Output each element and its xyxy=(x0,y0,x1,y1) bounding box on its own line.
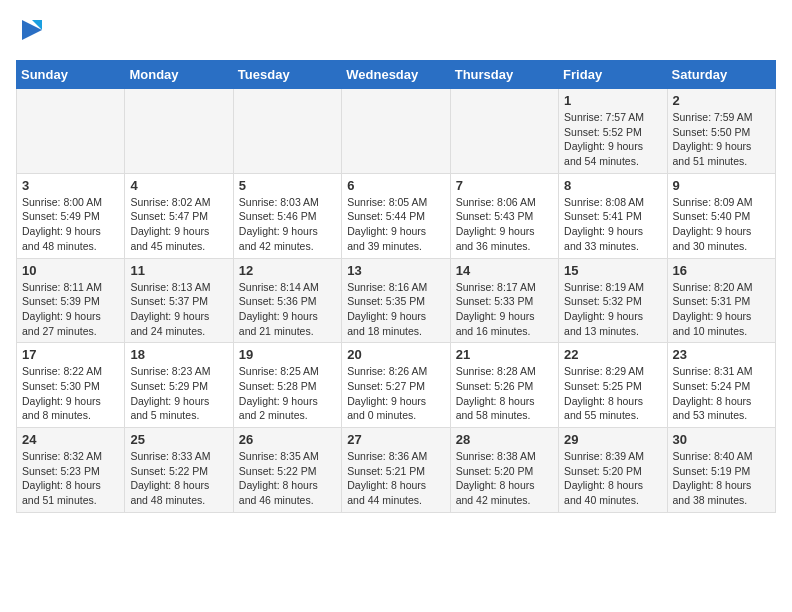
calendar-cell: 22Sunrise: 8:29 AM Sunset: 5:25 PM Dayli… xyxy=(559,343,667,428)
calendar-cell: 8Sunrise: 8:08 AM Sunset: 5:41 PM Daylig… xyxy=(559,173,667,258)
calendar-cell: 10Sunrise: 8:11 AM Sunset: 5:39 PM Dayli… xyxy=(17,258,125,343)
calendar-cell: 6Sunrise: 8:05 AM Sunset: 5:44 PM Daylig… xyxy=(342,173,450,258)
day-number: 6 xyxy=(347,178,444,193)
header-friday: Friday xyxy=(559,61,667,89)
day-number: 1 xyxy=(564,93,661,108)
calendar-cell: 5Sunrise: 8:03 AM Sunset: 5:46 PM Daylig… xyxy=(233,173,341,258)
day-number: 20 xyxy=(347,347,444,362)
header-saturday: Saturday xyxy=(667,61,775,89)
day-info: Sunrise: 8:19 AM Sunset: 5:32 PM Dayligh… xyxy=(564,280,661,339)
calendar-cell: 29Sunrise: 8:39 AM Sunset: 5:20 PM Dayli… xyxy=(559,428,667,513)
calendar-cell: 1Sunrise: 7:57 AM Sunset: 5:52 PM Daylig… xyxy=(559,89,667,174)
header-thursday: Thursday xyxy=(450,61,558,89)
day-number: 27 xyxy=(347,432,444,447)
calendar-cell: 19Sunrise: 8:25 AM Sunset: 5:28 PM Dayli… xyxy=(233,343,341,428)
day-info: Sunrise: 8:11 AM Sunset: 5:39 PM Dayligh… xyxy=(22,280,119,339)
calendar-week-row: 1Sunrise: 7:57 AM Sunset: 5:52 PM Daylig… xyxy=(17,89,776,174)
header-tuesday: Tuesday xyxy=(233,61,341,89)
calendar-cell: 18Sunrise: 8:23 AM Sunset: 5:29 PM Dayli… xyxy=(125,343,233,428)
logo xyxy=(16,16,46,48)
day-number: 8 xyxy=(564,178,661,193)
calendar-cell xyxy=(233,89,341,174)
calendar-cell xyxy=(342,89,450,174)
calendar-week-row: 3Sunrise: 8:00 AM Sunset: 5:49 PM Daylig… xyxy=(17,173,776,258)
day-number: 12 xyxy=(239,263,336,278)
calendar-cell: 30Sunrise: 8:40 AM Sunset: 5:19 PM Dayli… xyxy=(667,428,775,513)
day-number: 24 xyxy=(22,432,119,447)
calendar-cell: 17Sunrise: 8:22 AM Sunset: 5:30 PM Dayli… xyxy=(17,343,125,428)
page-header xyxy=(16,16,776,48)
calendar-cell: 3Sunrise: 8:00 AM Sunset: 5:49 PM Daylig… xyxy=(17,173,125,258)
day-info: Sunrise: 8:03 AM Sunset: 5:46 PM Dayligh… xyxy=(239,195,336,254)
calendar-cell xyxy=(450,89,558,174)
calendar-week-row: 10Sunrise: 8:11 AM Sunset: 5:39 PM Dayli… xyxy=(17,258,776,343)
day-number: 2 xyxy=(673,93,770,108)
day-number: 16 xyxy=(673,263,770,278)
day-number: 22 xyxy=(564,347,661,362)
day-info: Sunrise: 8:00 AM Sunset: 5:49 PM Dayligh… xyxy=(22,195,119,254)
day-info: Sunrise: 8:39 AM Sunset: 5:20 PM Dayligh… xyxy=(564,449,661,508)
day-info: Sunrise: 8:31 AM Sunset: 5:24 PM Dayligh… xyxy=(673,364,770,423)
calendar-cell: 11Sunrise: 8:13 AM Sunset: 5:37 PM Dayli… xyxy=(125,258,233,343)
header-monday: Monday xyxy=(125,61,233,89)
calendar-cell: 21Sunrise: 8:28 AM Sunset: 5:26 PM Dayli… xyxy=(450,343,558,428)
day-number: 23 xyxy=(673,347,770,362)
calendar-cell: 16Sunrise: 8:20 AM Sunset: 5:31 PM Dayli… xyxy=(667,258,775,343)
day-number: 4 xyxy=(130,178,227,193)
calendar-header-row: SundayMondayTuesdayWednesdayThursdayFrid… xyxy=(17,61,776,89)
day-info: Sunrise: 8:20 AM Sunset: 5:31 PM Dayligh… xyxy=(673,280,770,339)
day-info: Sunrise: 7:57 AM Sunset: 5:52 PM Dayligh… xyxy=(564,110,661,169)
day-number: 17 xyxy=(22,347,119,362)
calendar-cell xyxy=(125,89,233,174)
calendar-cell: 20Sunrise: 8:26 AM Sunset: 5:27 PM Dayli… xyxy=(342,343,450,428)
day-info: Sunrise: 8:17 AM Sunset: 5:33 PM Dayligh… xyxy=(456,280,553,339)
calendar-week-row: 24Sunrise: 8:32 AM Sunset: 5:23 PM Dayli… xyxy=(17,428,776,513)
calendar-cell: 27Sunrise: 8:36 AM Sunset: 5:21 PM Dayli… xyxy=(342,428,450,513)
calendar-cell: 9Sunrise: 8:09 AM Sunset: 5:40 PM Daylig… xyxy=(667,173,775,258)
day-number: 7 xyxy=(456,178,553,193)
day-info: Sunrise: 8:33 AM Sunset: 5:22 PM Dayligh… xyxy=(130,449,227,508)
calendar-cell: 15Sunrise: 8:19 AM Sunset: 5:32 PM Dayli… xyxy=(559,258,667,343)
day-number: 10 xyxy=(22,263,119,278)
day-number: 15 xyxy=(564,263,661,278)
day-number: 5 xyxy=(239,178,336,193)
day-info: Sunrise: 8:09 AM Sunset: 5:40 PM Dayligh… xyxy=(673,195,770,254)
day-number: 28 xyxy=(456,432,553,447)
calendar-table: SundayMondayTuesdayWednesdayThursdayFrid… xyxy=(16,60,776,513)
day-info: Sunrise: 8:25 AM Sunset: 5:28 PM Dayligh… xyxy=(239,364,336,423)
day-info: Sunrise: 8:16 AM Sunset: 5:35 PM Dayligh… xyxy=(347,280,444,339)
day-number: 25 xyxy=(130,432,227,447)
day-number: 30 xyxy=(673,432,770,447)
day-info: Sunrise: 8:29 AM Sunset: 5:25 PM Dayligh… xyxy=(564,364,661,423)
calendar-cell: 2Sunrise: 7:59 AM Sunset: 5:50 PM Daylig… xyxy=(667,89,775,174)
calendar-cell: 4Sunrise: 8:02 AM Sunset: 5:47 PM Daylig… xyxy=(125,173,233,258)
logo-icon xyxy=(18,16,46,44)
day-info: Sunrise: 7:59 AM Sunset: 5:50 PM Dayligh… xyxy=(673,110,770,169)
calendar-cell: 24Sunrise: 8:32 AM Sunset: 5:23 PM Dayli… xyxy=(17,428,125,513)
calendar-cell: 28Sunrise: 8:38 AM Sunset: 5:20 PM Dayli… xyxy=(450,428,558,513)
day-info: Sunrise: 8:32 AM Sunset: 5:23 PM Dayligh… xyxy=(22,449,119,508)
day-info: Sunrise: 8:23 AM Sunset: 5:29 PM Dayligh… xyxy=(130,364,227,423)
day-info: Sunrise: 8:36 AM Sunset: 5:21 PM Dayligh… xyxy=(347,449,444,508)
day-number: 13 xyxy=(347,263,444,278)
header-sunday: Sunday xyxy=(17,61,125,89)
calendar-cell: 13Sunrise: 8:16 AM Sunset: 5:35 PM Dayli… xyxy=(342,258,450,343)
day-info: Sunrise: 8:26 AM Sunset: 5:27 PM Dayligh… xyxy=(347,364,444,423)
day-number: 3 xyxy=(22,178,119,193)
day-info: Sunrise: 8:08 AM Sunset: 5:41 PM Dayligh… xyxy=(564,195,661,254)
day-info: Sunrise: 8:13 AM Sunset: 5:37 PM Dayligh… xyxy=(130,280,227,339)
calendar-week-row: 17Sunrise: 8:22 AM Sunset: 5:30 PM Dayli… xyxy=(17,343,776,428)
day-number: 26 xyxy=(239,432,336,447)
calendar-cell: 12Sunrise: 8:14 AM Sunset: 5:36 PM Dayli… xyxy=(233,258,341,343)
calendar-cell: 7Sunrise: 8:06 AM Sunset: 5:43 PM Daylig… xyxy=(450,173,558,258)
day-number: 9 xyxy=(673,178,770,193)
day-info: Sunrise: 8:35 AM Sunset: 5:22 PM Dayligh… xyxy=(239,449,336,508)
day-number: 21 xyxy=(456,347,553,362)
day-number: 19 xyxy=(239,347,336,362)
day-info: Sunrise: 8:06 AM Sunset: 5:43 PM Dayligh… xyxy=(456,195,553,254)
day-number: 11 xyxy=(130,263,227,278)
header-wednesday: Wednesday xyxy=(342,61,450,89)
day-number: 14 xyxy=(456,263,553,278)
day-number: 18 xyxy=(130,347,227,362)
calendar-cell xyxy=(17,89,125,174)
